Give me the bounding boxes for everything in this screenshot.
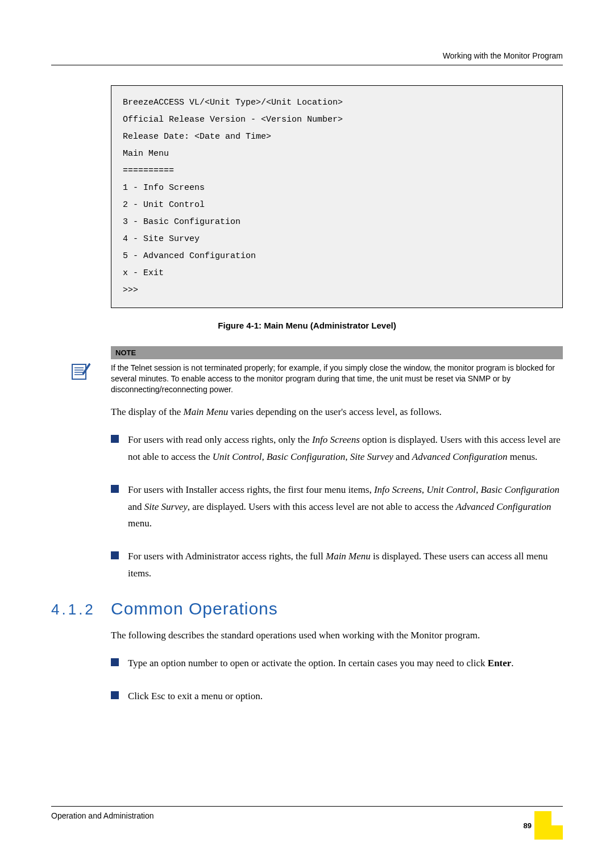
italic-text: Unit Control, Basic Configuration, Site … — [213, 451, 393, 462]
list-item: For users with Installer access rights, … — [111, 481, 563, 532]
italic-text: Advanced Configuration — [412, 451, 508, 462]
text: The display of the — [111, 406, 183, 417]
italic-text: Info Screens — [312, 434, 360, 445]
text: For users with read only access rights, … — [128, 434, 312, 445]
note-block: NOTE If the Telnet session is not termin… — [111, 346, 563, 395]
paragraph: The following describes the standard ope… — [111, 627, 563, 644]
bullet-list: Type an option number to open or activat… — [111, 655, 563, 705]
footer-content: Operation and Administration 89 — [51, 806, 563, 840]
white-overlay — [551, 811, 563, 825]
list-item: For users with read only access rights, … — [111, 431, 563, 466]
code-line: x - Exit — [123, 265, 551, 282]
note-icon — [71, 362, 92, 380]
bullet-icon — [111, 435, 119, 443]
text: For users with Installer access rights, … — [128, 484, 374, 495]
page-footer: Operation and Administration 89 — [51, 806, 563, 840]
list-item: For users with Administrator access righ… — [111, 548, 563, 582]
bullet-list: For users with read only access rights, … — [111, 431, 563, 582]
text: menus. — [507, 451, 537, 462]
text: and — [393, 451, 412, 462]
italic-text: Main Menu — [183, 406, 228, 417]
code-line: Release Date: <Date and Time> — [123, 128, 551, 146]
code-line: 5 - Advanced Configuration — [123, 248, 551, 265]
bullet-icon — [111, 551, 119, 559]
footer-left-text: Operation and Administration — [51, 811, 154, 820]
italic-text: Info Screens, Unit Control, Basic Config… — [374, 484, 559, 495]
code-line: Main Menu — [123, 146, 551, 163]
italic-text: Main Menu — [326, 551, 371, 562]
note-label: NOTE — [111, 346, 563, 359]
text: Click Esc to exit a menu or option. — [128, 691, 263, 701]
code-line: >>> — [123, 282, 551, 299]
text: Type an option number to open or activat… — [128, 658, 488, 668]
bold-text: Enter — [488, 658, 512, 668]
italic-text: Advanced Configuration — [456, 501, 551, 512]
page-header: Working with the Monitor Program — [51, 51, 563, 65]
text: varies depending on the user's access le… — [228, 406, 442, 417]
italic-text: Site Survey — [144, 501, 188, 512]
figure-caption: Figure 4-1: Main Menu (Administrator Lev… — [51, 321, 563, 330]
code-line: 4 - Site Survey — [123, 231, 551, 248]
list-item: Type an option number to open or activat… — [111, 655, 563, 672]
header-text: Working with the Monitor Program — [443, 51, 563, 60]
text: and — [128, 501, 144, 512]
code-block: BreezeACCESS VL/<Unit Type>/<Unit Locati… — [111, 85, 563, 308]
text: . — [511, 658, 513, 668]
bullet-icon — [111, 485, 119, 493]
page-number: 89 — [524, 821, 532, 830]
code-line: ========== — [123, 163, 551, 180]
text: menu. — [128, 518, 152, 529]
section-heading: 4.1.2 Common Operations — [51, 599, 563, 618]
code-line: 3 - Basic Configuration — [123, 214, 551, 231]
code-line: 2 - Unit Control — [123, 197, 551, 214]
text: , are displayed. Users with this access … — [188, 501, 456, 512]
list-item: Click Esc to exit a menu or option. — [111, 688, 563, 705]
section-title: Common Operations — [111, 599, 278, 618]
bullet-icon — [111, 658, 119, 666]
code-line: BreezeACCESS VL/<Unit Type>/<Unit Locati… — [123, 94, 551, 111]
text: For users with Administrator access righ… — [128, 551, 326, 562]
code-line: 1 - Info Screens — [123, 180, 551, 197]
note-body: If the Telnet session is not terminated … — [111, 359, 563, 395]
bullet-icon — [111, 691, 119, 699]
paragraph: The display of the Main Menu varies depe… — [111, 404, 563, 421]
footer-right: 89 — [529, 811, 563, 840]
section-number: 4.1.2 — [51, 601, 111, 618]
code-line: Official Release Version - <Version Numb… — [123, 111, 551, 128]
